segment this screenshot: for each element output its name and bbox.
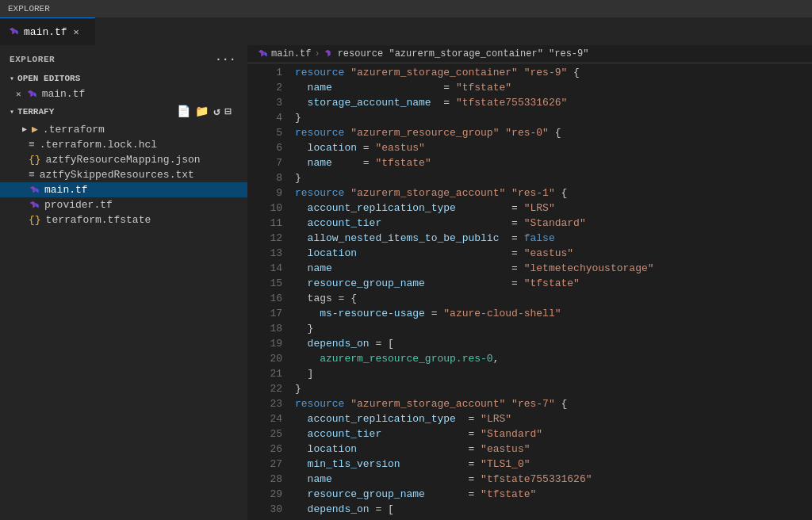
line-number: 7 xyxy=(247,155,282,170)
code-line: depends_on = [ xyxy=(289,502,812,517)
line-number: 15 xyxy=(247,276,282,291)
open-editors-section-header[interactable]: ▾ OPEN EDITORS xyxy=(0,71,247,86)
breadcrumb: main.tf › resource "azurerm_storage_cont… xyxy=(247,45,812,63)
txt-file-icon: ≡ xyxy=(29,169,35,181)
code-line: name = "tfstate" xyxy=(289,155,812,170)
line-number: 24 xyxy=(247,411,282,426)
line-number: 9 xyxy=(247,185,282,201)
code-line: min_tls_version = "TLS1_0" xyxy=(289,457,812,472)
line-number: 18 xyxy=(247,321,282,336)
sidebar-item-lock-hcl[interactable]: ≡ .terraform.lock.hcl xyxy=(0,137,247,152)
code-line: resource_group_name = "tfstate" xyxy=(289,276,812,291)
new-folder-icon[interactable]: 📁 xyxy=(195,105,209,118)
terrafy-chevron: ▾ xyxy=(10,107,14,117)
tf-file-icon: ≡ xyxy=(29,139,35,151)
code-line: name = "letmetechyoustorage" xyxy=(289,261,812,276)
tab-bar: main.tf ✕ xyxy=(0,17,812,45)
code-line: ms-resource-usage = "azure-cloud-shell" xyxy=(289,306,812,321)
code-line: name = "tfstate" xyxy=(289,80,812,95)
sidebar-item-tfstate[interactable]: {} terraform.tfstate xyxy=(0,212,247,228)
folder-label: .terraform xyxy=(43,124,105,136)
code-line: } xyxy=(289,170,812,185)
sidebar-item-main-tf[interactable]: main.tf xyxy=(0,182,247,197)
main-layout: EXPLORER ··· ▾ OPEN EDITORS ✕ main.tf ▾ … xyxy=(0,45,812,520)
breadcrumb-resource-icon xyxy=(324,48,335,59)
code-line: account_replication_type = "LRS" xyxy=(289,411,812,426)
tab-label: main.tf xyxy=(24,26,67,38)
line-number: 11 xyxy=(247,216,282,231)
line-number: 21 xyxy=(247,366,282,381)
line-number: 13 xyxy=(247,246,282,261)
line-number: 29 xyxy=(247,487,282,502)
breadcrumb-tf-icon xyxy=(257,48,268,59)
breadcrumb-sep: › xyxy=(314,48,320,59)
code-line: location = "eastus" xyxy=(289,140,812,155)
line-number: 2 xyxy=(247,80,282,95)
line-number: 31 xyxy=(247,517,282,520)
breadcrumb-resource[interactable]: resource "azurerm_storage_container" "re… xyxy=(338,48,589,59)
terraform-main-tf-icon xyxy=(29,185,40,196)
sidebar-item-skipped-resources[interactable]: ≡ aztfySkippedResources.txt xyxy=(0,167,247,182)
more-options-icon[interactable]: ··· xyxy=(213,52,238,67)
sidebar-item-resource-mapping[interactable]: {} aztfyResourceMapping.json xyxy=(0,152,247,167)
tab-close-button[interactable]: ✕ xyxy=(72,25,81,39)
open-editor-filename: main.tf xyxy=(42,88,86,100)
open-editor-main-tf[interactable]: ✕ main.tf xyxy=(0,86,247,101)
line-number: 28 xyxy=(247,472,282,487)
tfstate-icon: {} xyxy=(29,214,41,226)
sidebar-item-provider-tf[interactable]: provider.tf xyxy=(0,197,247,212)
collapse-icon[interactable]: ⊟ xyxy=(225,105,232,118)
open-editors-chevron: ▾ xyxy=(10,74,14,83)
code-line: location = "eastus" xyxy=(289,442,812,457)
tab-main-tf[interactable]: main.tf ✕ xyxy=(0,17,95,45)
line-numbers: 1234567891011121314151617181920212223242… xyxy=(247,63,289,520)
terrafy-section-header[interactable]: ▾ TERRAFY 📄 📁 ↺ ⊟ xyxy=(0,101,247,121)
code-line: } xyxy=(289,381,812,396)
line-number: 3 xyxy=(247,95,282,110)
code-line: azurerm_resource_group.res-0, xyxy=(289,517,812,520)
code-line: resource_group_name = "tfstate" xyxy=(289,487,812,502)
sidebar-item-terraform-folder[interactable]: ▶ ▶ .terraform xyxy=(0,121,247,137)
terraform-tab-icon xyxy=(8,26,19,37)
code-editor[interactable]: 1234567891011121314151617181920212223242… xyxy=(247,63,812,520)
line-number: 6 xyxy=(247,140,282,155)
code-line: tags = { xyxy=(289,291,812,306)
code-line: resource "azurerm_storage_account" "res-… xyxy=(289,396,812,411)
sidebar: EXPLORER ··· ▾ OPEN EDITORS ✕ main.tf ▾ … xyxy=(0,45,247,520)
line-number: 1 xyxy=(247,65,282,80)
tfstate-label: terraform.tfstate xyxy=(46,214,151,226)
line-number: 12 xyxy=(247,231,282,246)
terrafy-label: TERRAFY xyxy=(17,107,54,117)
explorer-title: EXPLORER ··· xyxy=(0,45,247,71)
line-number: 20 xyxy=(247,351,282,366)
lock-hcl-label: .terraform.lock.hcl xyxy=(40,139,157,151)
resource-mapping-label: aztfyResourceMapping.json xyxy=(46,154,201,166)
code-line: depends_on = [ xyxy=(289,336,812,351)
line-number: 17 xyxy=(247,306,282,321)
code-line: resource "azurerm_storage_container" "re… xyxy=(289,65,812,80)
breadcrumb-file[interactable]: main.tf xyxy=(271,48,311,59)
title-bar-label: EXPLORER xyxy=(8,4,50,13)
json-file-icon: {} xyxy=(29,154,41,166)
new-file-icon[interactable]: 📄 xyxy=(177,105,190,118)
explorer-title-icons: ··· xyxy=(213,52,238,67)
refresh-icon[interactable]: ↺ xyxy=(213,105,220,118)
line-number: 25 xyxy=(247,426,282,442)
open-editor-close-icon[interactable]: ✕ xyxy=(16,89,21,99)
provider-tf-label: provider.tf xyxy=(44,199,113,211)
line-number: 30 xyxy=(247,502,282,517)
code-line: storage_account_name = "tfstate755331626… xyxy=(289,95,812,110)
code-line: azurerm_resource_group.res-0, xyxy=(289,351,812,366)
line-number: 16 xyxy=(247,291,282,306)
code-line: resource "azurerm_resource_group" "res-0… xyxy=(289,125,812,140)
code-line: name = "tfstate755331626" xyxy=(289,472,812,487)
code-line: } xyxy=(289,110,812,125)
line-number: 26 xyxy=(247,442,282,457)
skipped-resources-label: aztfySkippedResources.txt xyxy=(40,169,194,181)
code-line: location = "eastus" xyxy=(289,246,812,261)
code-line: allow_nested_items_to_be_public = false xyxy=(289,231,812,246)
line-number: 22 xyxy=(247,381,282,396)
code-content[interactable]: resource "azurerm_storage_container" "re… xyxy=(289,63,812,520)
line-number: 10 xyxy=(247,201,282,216)
title-bar: EXPLORER xyxy=(0,0,812,17)
